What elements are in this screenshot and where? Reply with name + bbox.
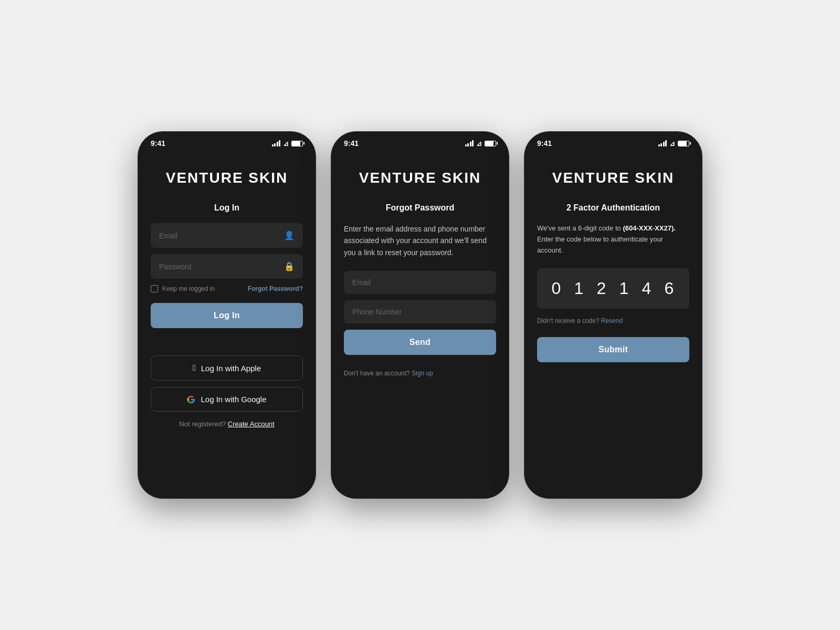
code-digit-5: 6 (665, 279, 675, 298)
signal-icon-2 (465, 140, 474, 146)
google-icon (187, 395, 195, 404)
twofa-desc-start: We've sent a 6-digit code to (537, 224, 623, 232)
apple-login-label: Log In with Apple (201, 364, 261, 373)
keep-logged-in-container: Keep me logged in (151, 285, 215, 292)
password-field-wrapper: 🔒 (151, 254, 303, 279)
battery-icon-3 (678, 141, 689, 146)
forgot-content: VENTURE SKIN Forgot Password Enter the e… (331, 152, 509, 394)
resend-text: Didn't receive a code? Resend (537, 317, 689, 324)
google-login-button[interactable]: Log In with Google (151, 387, 303, 412)
code-digit-3: 1 (620, 279, 630, 298)
resend-link[interactable]: Resend (601, 317, 623, 324)
apple-icon:  (193, 363, 196, 373)
two-factor-screen: 9:41 ⊿ VENTURE SKIN 2 Factor Authenticat… (524, 131, 702, 499)
forgot-password-link[interactable]: Forgot Password? (248, 285, 303, 292)
google-login-label: Log In with Google (201, 395, 266, 404)
status-bar-1: 9:41 ⊿ (138, 132, 316, 152)
twofa-content: VENTURE SKIN 2 Factor Authentication We'… (524, 152, 702, 385)
status-bar-3: 9:41 ⊿ (524, 132, 702, 152)
keep-logged-label: Keep me logged in (162, 285, 215, 292)
wifi-icon-2: ⊿ (476, 140, 482, 148)
time-1: 9:41 (151, 139, 165, 148)
login-screen: 9:41 ⊿ VENTURE SKIN Log In 👤 🔒 (138, 131, 316, 499)
twofa-phone-number: (604-XXX-XX27). (623, 224, 675, 232)
app-title-3: VENTURE SKIN (537, 170, 689, 186)
lock-icon: 🔒 (284, 261, 295, 271)
forgot-email-input[interactable] (352, 278, 488, 287)
code-digit-1: 1 (574, 279, 585, 298)
email-field-wrapper: 👤 (151, 223, 303, 248)
code-digit-2: 2 (597, 279, 607, 298)
wifi-icon-3: ⊿ (669, 140, 675, 148)
login-content: VENTURE SKIN Log In 👤 🔒 Keep me logged i… (138, 152, 316, 445)
signal-icon-3 (658, 140, 667, 146)
battery-icon-2 (485, 141, 496, 146)
time-2: 9:41 (344, 139, 359, 148)
keep-logged-checkbox[interactable] (151, 285, 158, 292)
email-input[interactable] (159, 232, 284, 240)
person-icon: 👤 (284, 230, 295, 240)
twofa-section-title: 2 Factor Authentication (537, 203, 689, 213)
forgot-description: Enter the email address and phone number… (344, 223, 496, 258)
code-digit-0: 0 (552, 279, 562, 298)
forgot-email-wrapper (344, 271, 496, 294)
signal-icon-1 (272, 140, 281, 146)
screens-container: 9:41 ⊿ VENTURE SKIN Log In 👤 🔒 (138, 131, 702, 499)
forgot-phone-input[interactable] (352, 308, 488, 316)
password-input[interactable] (159, 262, 284, 271)
battery-icon-1 (291, 141, 303, 146)
twofa-desc-end: Enter the code below to authenticate you… (537, 235, 663, 254)
signup-link[interactable]: Sign up (412, 370, 433, 377)
forgot-password-screen: 9:41 ⊿ VENTURE SKIN Forgot Password Ente… (331, 131, 509, 499)
code-digit-4: 4 (642, 279, 653, 298)
register-text: Not registered? Create Account (151, 420, 303, 428)
apple-login-button[interactable]:  Log In with Apple (151, 355, 303, 381)
forgot-section-title: Forgot Password (344, 203, 496, 213)
no-account-text: Don't have an account? Sign up (344, 370, 496, 377)
options-row: Keep me logged in Forgot Password? (151, 285, 303, 292)
twofa-description: We've sent a 6-digit code to (604-XXX-XX… (537, 223, 689, 256)
send-button[interactable]: Send (344, 330, 496, 355)
login-button[interactable]: Log In (151, 303, 303, 328)
submit-button[interactable]: Submit (537, 337, 689, 362)
app-title-2: VENTURE SKIN (344, 170, 496, 186)
code-display: 0 1 2 1 4 6 (537, 268, 689, 309)
forgot-phone-wrapper (344, 300, 496, 323)
wifi-icon-1: ⊿ (283, 140, 289, 148)
status-icons-1: ⊿ (272, 140, 303, 148)
login-section-title: Log In (151, 203, 303, 213)
app-title-1: VENTURE SKIN (151, 170, 303, 186)
time-3: 9:41 (537, 139, 552, 148)
create-account-link[interactable]: Create Account (228, 420, 275, 428)
status-icons-3: ⊿ (658, 140, 690, 148)
social-section:  Log In with Apple Log In with Google N… (151, 334, 303, 428)
status-icons-2: ⊿ (465, 140, 497, 148)
status-bar-2: 9:41 ⊿ (331, 132, 509, 152)
